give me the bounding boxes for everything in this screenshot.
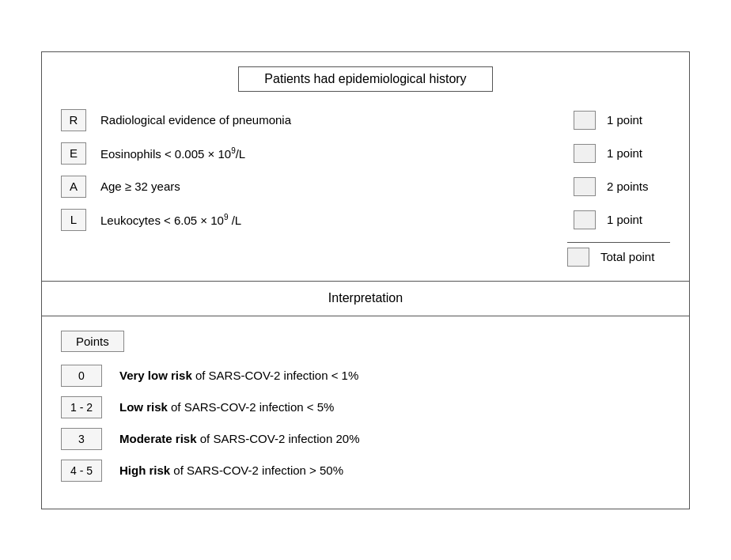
risk-bold-1-2: Low risk — [119, 400, 168, 414]
criteria-row-r: R Radiological evidence of pneumonia 1 p… — [61, 109, 670, 131]
risk-rest-3: of SARS-COV-2 infection 20% — [197, 432, 360, 445]
checkbox-e[interactable] — [574, 144, 596, 163]
criteria-row-a: A Age ≥ 32 years 2 points — [61, 176, 670, 198]
risk-range-1-2: 1 - 2 — [61, 396, 102, 418]
points-r: 1 point — [607, 113, 670, 127]
interpretation-section: Interpretation — [42, 282, 689, 316]
risk-row-1-2: 1 - 2 Low risk of SARS-COV-2 infection <… — [61, 396, 670, 418]
risk-rest-0: of SARS-COV-2 infection < 1% — [192, 369, 359, 382]
total-row: Total point — [61, 242, 670, 267]
checkbox-r[interactable] — [574, 111, 596, 130]
risk-row-4-5: 4 - 5 High risk of SARS-COV-2 infection … — [61, 460, 670, 482]
top-section: Patients had epidemiological history R R… — [42, 52, 689, 282]
criteria-label-a: Age ≥ 32 years — [100, 180, 574, 193]
risk-desc-1-2: Low risk of SARS-COV-2 infection < 5% — [119, 400, 334, 414]
total-line: Total point — [567, 242, 670, 267]
points-l: 1 point — [607, 213, 670, 226]
criteria-row-e: E Eosinophils < 0.005 × 109/L 1 point — [61, 142, 670, 165]
checkbox-total[interactable] — [567, 248, 589, 267]
criteria-label-l: Leukocytes < 6.05 × 109 /L — [100, 213, 574, 227]
epidemiological-title: Patients had epidemiological history — [238, 66, 492, 92]
risk-bold-0: Very low risk — [119, 369, 192, 382]
interpretation-title: Interpretation — [328, 291, 403, 305]
checkbox-a[interactable] — [574, 177, 596, 196]
total-label: Total point — [600, 250, 654, 263]
risk-desc-3: Moderate risk of SARS-COV-2 infection 20… — [119, 432, 359, 445]
criteria-label-e: Eosinophils < 0.005 × 109/L — [100, 146, 574, 161]
risk-rest-4-5: of SARS-COV-2 infection > 50% — [170, 464, 343, 477]
letter-box-r: R — [61, 109, 86, 131]
points-e: 1 point — [607, 146, 670, 160]
letter-box-a: A — [61, 176, 86, 198]
title-row: Patients had epidemiological history — [61, 66, 670, 92]
risk-range-3: 3 — [61, 428, 102, 450]
criteria-label-r: Radiological evidence of pneumonia — [100, 113, 574, 127]
main-container: Patients had epidemiological history R R… — [41, 51, 690, 509]
risk-row-0: 0 Very low risk of SARS-COV-2 infection … — [61, 365, 670, 387]
risk-desc-4-5: High risk of SARS-COV-2 infection > 50% — [119, 464, 343, 477]
risk-row-3: 3 Moderate risk of SARS-COV-2 infection … — [61, 428, 670, 450]
letter-box-l: L — [61, 209, 86, 231]
letter-box-e: E — [61, 142, 86, 165]
points-a: 2 points — [607, 180, 670, 193]
checkbox-l[interactable] — [574, 210, 596, 229]
risk-range-4-5: 4 - 5 — [61, 460, 102, 482]
risk-rest-1-2: of SARS-COV-2 infection < 5% — [168, 400, 335, 414]
risk-bold-4-5: High risk — [119, 464, 170, 477]
criteria-row-l: L Leukocytes < 6.05 × 109 /L 1 point — [61, 209, 670, 231]
bottom-section: Points 0 Very low risk of SARS-COV-2 inf… — [42, 316, 689, 509]
risk-bold-3: Moderate risk — [119, 432, 197, 445]
points-header: Points — [61, 331, 124, 352]
risk-desc-0: Very low risk of SARS-COV-2 infection < … — [119, 369, 358, 382]
risk-range-0: 0 — [61, 365, 102, 387]
criteria-table: R Radiological evidence of pneumonia 1 p… — [61, 109, 670, 267]
